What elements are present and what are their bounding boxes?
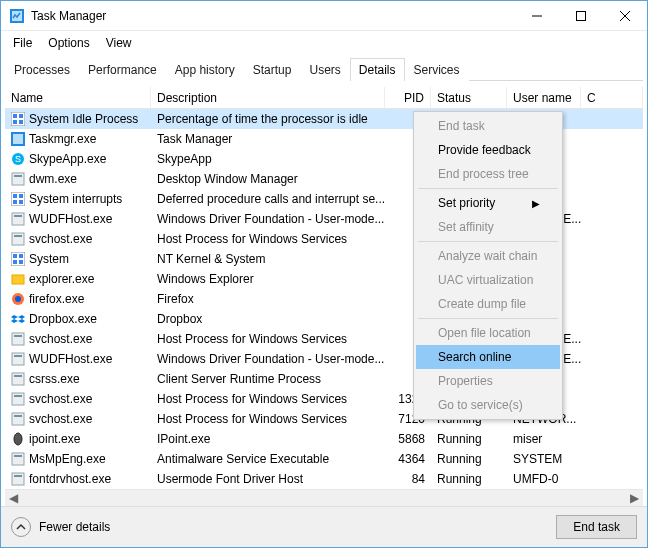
header-name[interactable]: Name: [5, 87, 151, 108]
process-status: Running: [431, 429, 507, 449]
svg-rect-23: [14, 215, 22, 217]
process-pid: 84: [385, 469, 431, 489]
process-icon: [11, 292, 25, 306]
tab-app-history[interactable]: App history: [166, 58, 244, 81]
svg-rect-20: [13, 200, 17, 204]
svg-rect-44: [12, 393, 24, 405]
process-pid: 4364: [385, 449, 431, 469]
svg-rect-16: [14, 175, 22, 177]
process-icon: [11, 252, 25, 266]
fewer-details-label: Fewer details: [39, 520, 110, 534]
process-name: svchost.exe: [29, 332, 92, 346]
process-name: Dropbox.exe: [29, 312, 97, 326]
chevron-right-icon: ▶: [532, 198, 540, 209]
process-icon: [11, 312, 25, 326]
process-icon: [11, 352, 25, 366]
ctx-create-dump-file[interactable]: Create dump file: [416, 292, 560, 316]
end-task-button[interactable]: End task: [556, 515, 637, 539]
process-pid: 5868: [385, 429, 431, 449]
process-description: Host Process for Windows Services: [151, 329, 385, 349]
process-name: SkypeApp.exe: [29, 152, 106, 166]
svg-text:S: S: [15, 154, 21, 164]
header-status[interactable]: Status: [431, 87, 507, 108]
svg-rect-51: [12, 473, 24, 485]
process-icon: [11, 412, 25, 426]
svg-rect-12: [13, 134, 23, 144]
process-description: Windows Explorer: [151, 269, 385, 289]
ctx-go-to-services[interactable]: Go to service(s): [416, 393, 560, 417]
table-row[interactable]: ipoint.exeIPoint.exe5868Runningmiser: [5, 429, 643, 449]
process-name: MsMpEng.exe: [29, 452, 106, 466]
tab-startup[interactable]: Startup: [244, 58, 301, 81]
header-description[interactable]: Description: [151, 87, 385, 108]
svg-rect-7: [13, 114, 17, 118]
process-icon: [11, 332, 25, 346]
process-description: Task Manager: [151, 129, 385, 149]
svg-rect-3: [577, 11, 586, 20]
process-icon: [11, 112, 25, 126]
svg-rect-15: [12, 173, 24, 185]
process-name: ipoint.exe: [29, 432, 80, 446]
maximize-button[interactable]: [559, 1, 603, 31]
close-button[interactable]: [603, 1, 647, 31]
window-title: Task Manager: [31, 9, 515, 23]
ctx-set-affinity[interactable]: Set affinity: [416, 215, 560, 239]
svg-marker-37: [18, 319, 25, 323]
ctx-open-file-location[interactable]: Open file location: [416, 321, 560, 345]
tab-performance[interactable]: Performance: [79, 58, 166, 81]
svg-point-48: [14, 433, 22, 445]
header-pid[interactable]: PID: [385, 87, 431, 108]
menu-view[interactable]: View: [98, 33, 140, 53]
ctx-end-process-tree[interactable]: End process tree: [416, 162, 560, 186]
process-name: svchost.exe: [29, 392, 92, 406]
svg-rect-39: [14, 335, 22, 337]
minimize-button[interactable]: [515, 1, 559, 31]
svg-rect-46: [12, 413, 24, 425]
header-user-name[interactable]: User name: [507, 87, 581, 108]
svg-rect-21: [19, 200, 23, 204]
process-name: WUDFHost.exe: [29, 212, 112, 226]
header-last[interactable]: C: [581, 87, 643, 108]
ctx-uac-virtualization[interactable]: UAC virtualization: [416, 268, 560, 292]
process-name: firefox.exe: [29, 292, 84, 306]
svg-point-33: [15, 296, 21, 302]
process-icon: [11, 452, 25, 466]
menu-file[interactable]: File: [5, 33, 40, 53]
scroll-right-icon[interactable]: ▶: [626, 490, 643, 507]
horizontal-scrollbar[interactable]: ◀ ▶: [5, 489, 643, 506]
table-row[interactable]: MsMpEng.exeAntimalware Service Executabl…: [5, 449, 643, 469]
process-icon: [11, 272, 25, 286]
fewer-details-button[interactable]: Fewer details: [11, 517, 110, 537]
tab-processes[interactable]: Processes: [5, 58, 79, 81]
tab-services[interactable]: Services: [405, 58, 469, 81]
process-user: UMFD-0: [507, 469, 581, 489]
details-grid: Name Description PID Status User name C …: [5, 87, 643, 489]
table-row[interactable]: fontdrvhost.exeUsermode Font Driver Host…: [5, 469, 643, 489]
process-description: Host Process for Windows Services: [151, 229, 385, 249]
chevron-up-icon: [11, 517, 31, 537]
svg-rect-45: [14, 395, 22, 397]
svg-rect-28: [19, 254, 23, 258]
process-name: explorer.exe: [29, 272, 94, 286]
titlebar: Task Manager: [1, 1, 647, 31]
process-icon: [11, 232, 25, 246]
ctx-provide-feedback[interactable]: Provide feedback: [416, 138, 560, 162]
ctx-analyze-wait-chain[interactable]: Analyze wait chain: [416, 244, 560, 268]
ctx-search-online[interactable]: Search online: [416, 345, 560, 369]
process-description: Host Process for Windows Services: [151, 389, 385, 409]
process-icon: [11, 372, 25, 386]
context-menu: End task Provide feedback End process tr…: [413, 111, 563, 420]
ctx-set-priority[interactable]: Set priority▶: [416, 191, 560, 215]
process-description: Antimalware Service Executable: [151, 449, 385, 469]
process-name: System Idle Process: [29, 112, 138, 126]
process-name: System: [29, 252, 69, 266]
ctx-end-task[interactable]: End task: [416, 114, 560, 138]
ctx-properties[interactable]: Properties: [416, 369, 560, 393]
scroll-left-icon[interactable]: ◀: [5, 490, 22, 507]
process-description: Client Server Runtime Process: [151, 369, 385, 389]
tab-users[interactable]: Users: [300, 58, 349, 81]
menu-options[interactable]: Options: [40, 33, 97, 53]
process-name: svchost.exe: [29, 412, 92, 426]
svg-rect-22: [12, 213, 24, 225]
tab-details[interactable]: Details: [350, 58, 405, 81]
